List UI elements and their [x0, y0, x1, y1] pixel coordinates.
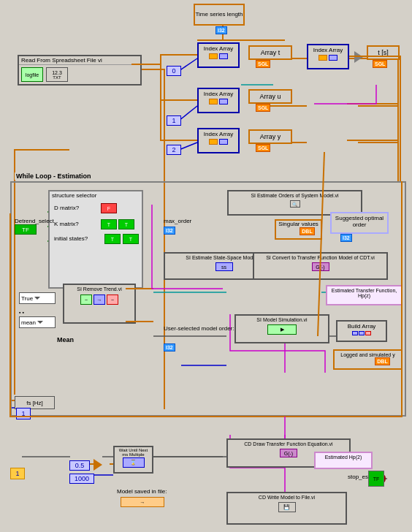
index-array-top: Index Array	[197, 42, 240, 68]
array-u-sgl: SGL	[256, 104, 270, 112]
const-05: 0.5	[69, 460, 90, 471]
logged-dbl: DBL	[375, 357, 389, 365]
si-remove-trend-icon2: →	[94, 294, 105, 305]
mean-display-label: Mean	[57, 336, 74, 343]
while-loop: While Loop - Estimation structure select…	[10, 181, 406, 417]
diagram-container: Time series length I32 Index Array Array…	[0, 0, 412, 532]
index-array-mid-label: Index Array	[204, 91, 233, 97]
array-u-terminal: Array u	[248, 89, 292, 104]
si-convert-tf-label: SI Convert to Transfer Function Model of…	[254, 254, 386, 262]
loop-indicator-bottom: 1	[10, 468, 25, 479]
mean-label-small: ▪ ▪	[19, 310, 59, 315]
max-order-i32: I32	[164, 227, 175, 235]
multiply-triangle	[94, 459, 102, 471]
wait-until-block: Wait Until Next ms Multiple ⌛	[113, 446, 153, 474]
structure-selector: structure selector D matrix? F K matrix?…	[48, 190, 143, 289]
logfile-icon: logfile	[21, 67, 43, 82]
initial-states-value: T	[104, 234, 121, 244]
ts-sgl: SGL	[373, 60, 387, 68]
estimated-hp2-indicator: Estimated Hp(2)	[314, 452, 373, 469]
si-convert-tf-block: SI Convert to Transfer Function Model of…	[253, 252, 388, 280]
estimated-tf-indicator: Estimated Transfer Function, Hp(z)	[326, 285, 403, 305]
suggested-order-indicator: Suggested optimal order	[330, 212, 389, 234]
wait-icon: ⌛	[123, 457, 145, 468]
simulation-icon: ▶	[267, 324, 297, 335]
user-model-order-label: User-selected model order:	[164, 325, 234, 332]
k-matrix-value: T	[101, 219, 117, 229]
suggested-order-i32: I32	[340, 234, 352, 242]
build-array-icon3	[365, 331, 371, 335]
array-y-terminal: Array y	[248, 129, 292, 144]
si-remove-trend-icon3: ~	[107, 294, 118, 305]
mean-dropdown[interactable]: mean	[19, 316, 56, 328]
si-remove-trend-label: SI Remove Trend.vi	[64, 285, 134, 293]
index-array-bot: Index Array	[197, 128, 240, 153]
cd-draw-tf-label: CD Draw Transfer Function Equation.vi	[228, 440, 349, 448]
index-array-bot-label: Index Array	[204, 131, 233, 137]
array-t-sgl: SGL	[256, 60, 270, 68]
time-series-length-block: Time series length	[194, 4, 245, 26]
delay-triangle	[354, 51, 363, 63]
index-array-top-label: Index Array	[204, 45, 233, 52]
ss-label: ss	[215, 262, 233, 271]
g-label: G(-)	[312, 262, 329, 271]
true-dropdown-area: True ▪ ▪ mean	[19, 292, 59, 328]
max-order-label: max_order	[164, 218, 191, 224]
read-spreadsheet-label: Read From Spreadsheet File vi	[19, 56, 140, 65]
si-simulation-label: SI Model Simulation.vi	[236, 316, 328, 324]
build-array-icon2	[359, 331, 365, 335]
k-matrix-label: K matrix?	[54, 221, 79, 227]
detrend-select-container: Detrend_select TF	[15, 218, 54, 235]
si-remove-trend-block: SI Remove Trend.vi ~ → ~	[63, 284, 136, 324]
wait-until-label: Wait Until Next ms Multiple	[115, 447, 152, 457]
si-orders-icon: 🔍	[290, 200, 300, 208]
detrend-select-label: Detrend_select	[15, 218, 54, 224]
user-model-i32: I32	[164, 343, 175, 352]
read-spreadsheet-block: Read From Spreadsheet File vi logfile 12…	[18, 55, 142, 86]
mean-dropdown-arrow	[37, 321, 43, 324]
d-matrix-value: F	[101, 203, 117, 213]
t-s-indicator: t [s]	[367, 45, 400, 60]
cd-draw-icon: G(-)	[280, 449, 297, 457]
true-dropdown-arrow	[34, 297, 40, 300]
array-y-sgl: SGL	[256, 144, 270, 152]
detrend-select-value: TF	[15, 224, 37, 235]
index-array-right-top: Index Array	[307, 44, 349, 69]
time-series-i32: I32	[215, 26, 227, 34]
d-matrix-label: D matrix?	[54, 205, 79, 211]
stop-tf-indicator: TF	[368, 471, 384, 487]
singular-values-indicator: Singular values DBL	[275, 219, 322, 240]
loop-iteration: 1	[16, 408, 31, 419]
build-array-block: Build Array	[336, 320, 387, 342]
singular-dbl: DBL	[300, 227, 314, 235]
logged-simulated-indicator: Logged and simulated y DBL	[333, 349, 403, 370]
while-loop-label: While Loop - Estimation	[15, 172, 93, 180]
structure-selector-label: structure selector	[50, 191, 142, 200]
const-1: 1	[167, 115, 181, 126]
build-array-icon1	[352, 331, 358, 335]
array-t-terminal: Array t	[248, 45, 292, 60]
cd-write-model-label: CD Write Model to File.vi	[228, 493, 346, 501]
const-0: 0	[167, 66, 181, 76]
si-simulation-block: SI Model Simulation.vi ▶	[234, 314, 329, 343]
initial-states-label: initial states?	[54, 235, 88, 242]
ts-label: t [s]	[378, 49, 389, 56]
k-matrix-value2: T	[118, 219, 134, 229]
const-1000: 1000	[69, 474, 94, 484]
initial-states-value2: T	[123, 234, 139, 244]
time-series-length-label: Time series length	[195, 11, 243, 18]
file-format-icon: 12.3 TXT	[46, 67, 68, 82]
model-saved-value: →	[121, 497, 164, 507]
const-2: 2	[167, 145, 181, 155]
index-array-mid: Index Array	[197, 88, 240, 113]
si-remove-trend-icon1: ~	[80, 294, 92, 305]
index-array-right-top-label: Index Array	[313, 47, 343, 53]
true-dropdown[interactable]: True	[19, 292, 56, 304]
cd-write-model-block: CD Write Model to File.vi 💾	[226, 492, 347, 525]
si-estimate-orders-label: SI Estimate Orders of System Model.vi	[229, 191, 361, 200]
cd-write-icon: 💾	[278, 502, 296, 512]
model-saved-label: Model saved in file:	[117, 488, 167, 495]
